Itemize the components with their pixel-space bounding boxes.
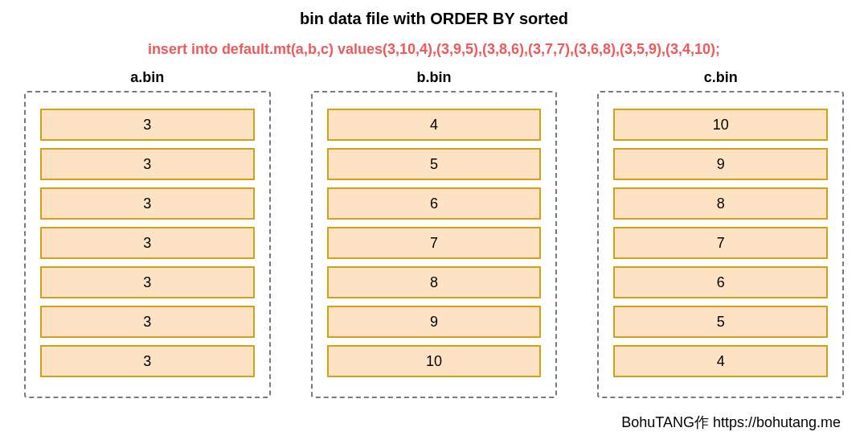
data-cell: 3 [40, 148, 255, 180]
files-row: a.bin 3 3 3 3 3 3 3 b.bin 4 5 6 7 8 9 10… [24, 69, 844, 398]
data-cell: 3 [40, 306, 255, 338]
data-cell: 7 [327, 227, 542, 259]
file-label: b.bin [311, 69, 558, 86]
diagram-title: bin data file with ORDER BY sorted [24, 10, 844, 28]
data-cell: 3 [40, 345, 255, 377]
file-box: 10 9 8 7 6 5 4 [597, 91, 844, 398]
data-cell: 3 [40, 109, 255, 141]
data-cell: 8 [613, 187, 828, 220]
data-cell: 9 [327, 306, 542, 338]
data-cell: 3 [40, 266, 255, 298]
data-cell: 7 [613, 227, 828, 259]
file-box: 3 3 3 3 3 3 3 [24, 91, 271, 398]
data-cell: 4 [327, 109, 542, 141]
data-cell: 6 [613, 266, 828, 298]
sql-statement: insert into default.mt(a,b,c) values(3,1… [24, 41, 844, 58]
data-cell: 4 [613, 345, 828, 377]
file-column-a: a.bin 3 3 3 3 3 3 3 [24, 69, 271, 398]
data-cell: 10 [327, 345, 542, 377]
file-column-b: b.bin 4 5 6 7 8 9 10 [311, 69, 558, 398]
data-cell: 3 [40, 227, 255, 259]
file-column-c: c.bin 10 9 8 7 6 5 4 [597, 69, 844, 398]
file-box: 4 5 6 7 8 9 10 [311, 91, 558, 398]
data-cell: 5 [613, 306, 828, 338]
data-cell: 8 [327, 266, 542, 298]
data-cell: 10 [613, 109, 828, 141]
data-cell: 9 [613, 148, 828, 180]
data-cell: 5 [327, 148, 542, 180]
credit-text: BohuTANG作 https://bohutang.me [621, 413, 841, 432]
data-cell: 6 [327, 187, 542, 220]
file-label: a.bin [24, 69, 271, 86]
data-cell: 3 [40, 187, 255, 220]
file-label: c.bin [597, 69, 844, 86]
